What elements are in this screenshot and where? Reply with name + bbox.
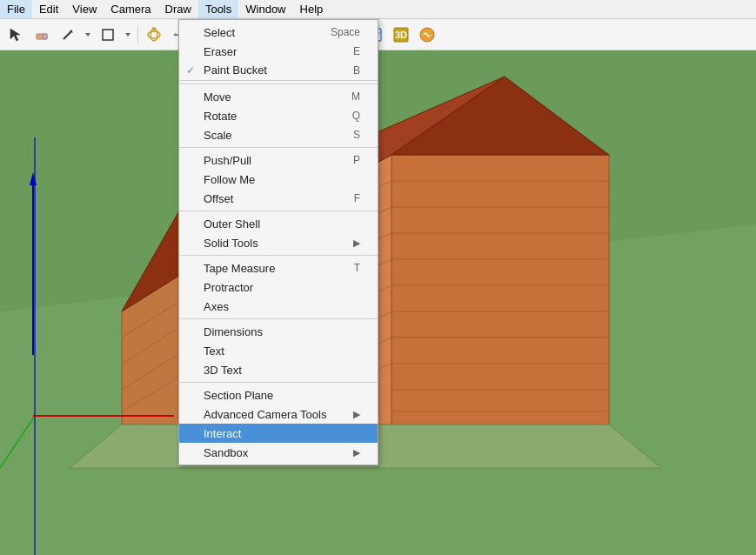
menu-item-scale[interactable]: Scale S xyxy=(179,125,378,144)
eraser-tool-button[interactable] xyxy=(30,23,54,47)
menu-item-solid-tools[interactable]: Solid Tools ▶ xyxy=(179,233,378,252)
svg-point-8 xyxy=(151,29,157,41)
menu-item-follow-me[interactable]: Follow Me xyxy=(179,170,378,189)
tools-menu: Select Space Eraser E Paint Bucket B Mov… xyxy=(178,19,378,465)
scale-label: Scale xyxy=(204,129,232,142)
orbit-button[interactable] xyxy=(142,23,166,47)
menu-item-section-plane[interactable]: Section Plane xyxy=(179,385,378,405)
push-pull-shortcut: P xyxy=(336,154,360,166)
menu-view[interactable]: View xyxy=(65,0,104,18)
move-shortcut: M xyxy=(334,90,360,103)
share-button[interactable]: 3D xyxy=(389,23,413,47)
svg-point-9 xyxy=(152,27,156,30)
menu-help[interactable]: Help xyxy=(293,0,331,18)
pencil-tool-button[interactable] xyxy=(56,23,80,47)
3d-text-label: 3D Text xyxy=(204,364,242,377)
svg-text:3D: 3D xyxy=(395,30,407,40)
svg-line-2 xyxy=(64,31,71,39)
menu-item-3d-text[interactable]: 3D Text xyxy=(179,360,378,379)
advanced-camera-arrow: ▶ xyxy=(353,409,360,420)
menu-file[interactable]: File xyxy=(0,0,32,18)
axes-label: Axes xyxy=(204,300,229,313)
section-plane-label: Section Plane xyxy=(204,389,273,402)
menu-item-eraser[interactable]: Eraser E xyxy=(179,42,378,61)
menu-camera[interactable]: Camera xyxy=(104,0,157,18)
solid-tools-label: Solid Tools xyxy=(204,237,258,250)
menu-item-tape-measure[interactable]: Tape Measure T xyxy=(179,258,378,278)
offset-shortcut: F xyxy=(337,192,360,204)
move-label: Move xyxy=(204,90,231,104)
sep-after-offset xyxy=(179,211,378,211)
menu-item-rotate[interactable]: Rotate Q xyxy=(179,106,378,125)
sandbox-label: Sandbox xyxy=(204,446,248,459)
outer-shell-label: Outer Shell xyxy=(204,217,260,231)
sep-after-solid xyxy=(179,255,378,256)
sep1 xyxy=(137,25,138,44)
menu-item-outer-shell[interactable]: Outer Shell xyxy=(179,214,378,233)
menu-item-move[interactable]: Move M xyxy=(179,87,378,106)
svg-marker-12 xyxy=(173,33,176,37)
menu-edit[interactable]: Edit xyxy=(32,0,65,18)
eraser-shortcut: E xyxy=(336,45,360,57)
shapes-tool-button[interactable] xyxy=(96,23,120,47)
rotate-shortcut: Q xyxy=(335,110,360,122)
svg-marker-4 xyxy=(85,33,90,37)
sep-after-paint xyxy=(179,84,378,84)
svg-marker-6 xyxy=(125,33,130,37)
push-pull-label: Push/Pull xyxy=(204,154,251,167)
svg-point-7 xyxy=(148,31,160,38)
pencil-dropdown-button[interactable] xyxy=(82,23,94,47)
advanced-camera-label: Advanced Camera Tools xyxy=(204,408,326,421)
menu-item-protractor[interactable]: Protractor xyxy=(179,278,378,297)
follow-me-label: Follow Me xyxy=(204,173,255,186)
svg-marker-36 xyxy=(391,155,609,425)
select-label: Select xyxy=(204,26,235,39)
menu-item-interact[interactable]: Interact xyxy=(179,424,378,443)
tape-measure-shortcut: T xyxy=(337,262,360,274)
shapes-dropdown-button[interactable] xyxy=(122,23,134,47)
menu-item-text[interactable]: Text xyxy=(179,341,378,360)
menu-item-offset[interactable]: Offset F xyxy=(179,189,378,208)
dimensions-label: Dimensions xyxy=(204,325,263,338)
menu-item-axes[interactable]: Axes xyxy=(179,297,378,316)
sandbox-arrow: ▶ xyxy=(353,447,360,458)
extension-button[interactable] xyxy=(415,23,439,47)
menu-tools[interactable]: Tools xyxy=(198,0,238,18)
solid-tools-arrow: ▶ xyxy=(353,237,360,249)
menu-item-push-pull[interactable]: Push/Pull P xyxy=(179,150,378,170)
menu-draw[interactable]: Draw xyxy=(158,0,198,18)
eraser-label: Eraser xyxy=(204,45,237,58)
protractor-label: Protractor xyxy=(204,281,253,294)
interact-label: Interact xyxy=(204,427,241,440)
tape-measure-label: Tape Measure xyxy=(204,262,275,275)
sep-after-axes xyxy=(179,318,378,319)
menu-item-select[interactable]: Select Space xyxy=(179,23,378,42)
sep-after-scale xyxy=(179,147,378,148)
menu-item-advanced-camera[interactable]: Advanced Camera Tools ▶ xyxy=(179,405,378,424)
menubar: File Edit View Camera Draw Tools Window … xyxy=(0,0,756,19)
text-label: Text xyxy=(204,344,224,358)
paint-bucket-shortcut: B xyxy=(336,64,360,77)
menu-window[interactable]: Window xyxy=(238,0,292,18)
select-tool-button[interactable] xyxy=(3,23,28,47)
sep-after-3dtext xyxy=(179,382,378,383)
offset-label: Offset xyxy=(204,192,233,205)
menu-item-paint-bucket[interactable]: Paint Bucket B xyxy=(179,61,378,81)
paint-bucket-label: Paint Bucket xyxy=(204,64,267,77)
menu-item-sandbox[interactable]: Sandbox ▶ xyxy=(179,443,378,462)
rotate-label: Rotate xyxy=(204,110,237,123)
svg-rect-1 xyxy=(43,34,47,39)
menu-item-dimensions[interactable]: Dimensions xyxy=(179,322,378,341)
svg-rect-5 xyxy=(103,30,113,40)
select-shortcut: Space xyxy=(313,26,360,38)
scale-shortcut: S xyxy=(336,129,360,141)
